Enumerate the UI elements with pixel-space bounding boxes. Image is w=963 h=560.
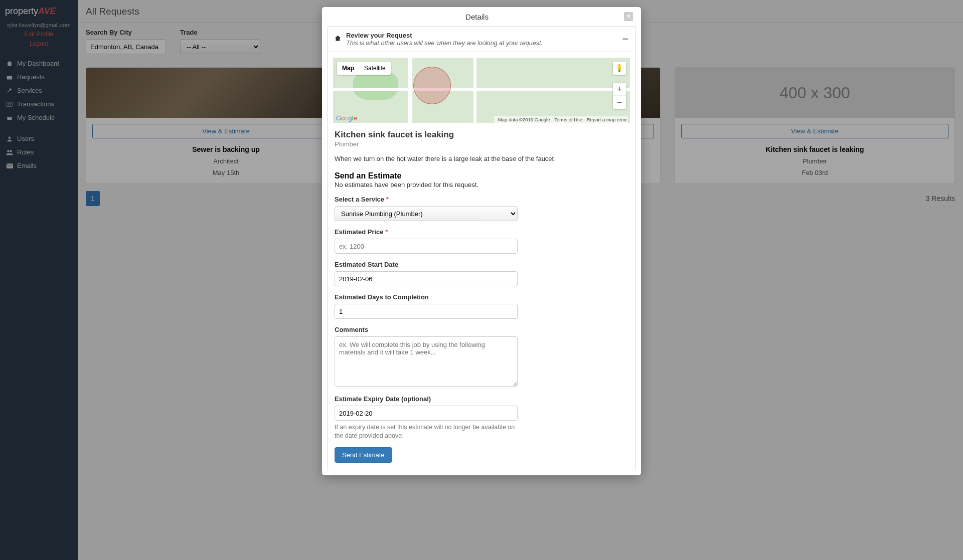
- details-modal: Details ✕ Review your Request This is wh…: [322, 7, 641, 475]
- map-data-text: Map data ©2019 Google: [498, 117, 550, 122]
- days-input[interactable]: [335, 304, 518, 319]
- service-select[interactable]: Sunrise Plumbing (Plumber): [335, 206, 518, 221]
- map-report-link[interactable]: Report a map error: [587, 117, 627, 122]
- start-date-label: Estimated Start Date: [335, 261, 628, 268]
- request-title: Kitchen sink faucet is leaking: [335, 130, 628, 140]
- pegman-button[interactable]: [613, 62, 626, 75]
- zoom-in-button[interactable]: +: [613, 83, 626, 96]
- map-marker-circle: [413, 67, 451, 104]
- estimate-heading: Send an Estimate: [335, 171, 628, 180]
- expiry-help-text: If an expiry date is set this estimate w…: [335, 423, 518, 440]
- send-estimate-button[interactable]: Send Estimate: [335, 447, 392, 463]
- start-date-input[interactable]: [335, 271, 518, 286]
- svg-point-9: [618, 64, 620, 67]
- zoom-controls: + −: [613, 83, 626, 109]
- map-tab-map[interactable]: Map: [337, 62, 359, 75]
- svg-rect-11: [618, 70, 620, 73]
- home-icon: [335, 35, 341, 43]
- request-description: When we turn on the hot water there is a…: [335, 155, 628, 162]
- map-tab-satellite[interactable]: Satellite: [359, 62, 391, 75]
- google-logo: Google: [336, 114, 357, 122]
- price-input[interactable]: [335, 239, 518, 254]
- map-terms-link[interactable]: Terms of Use: [554, 117, 582, 122]
- comments-label: Comments: [335, 326, 628, 333]
- modal-close-button[interactable]: ✕: [624, 12, 633, 21]
- zoom-out-button[interactable]: −: [613, 96, 626, 109]
- expiry-label: Estimate Expiry Date (optional): [335, 395, 628, 403]
- panel-header: Review your Request This is what other u…: [328, 27, 635, 52]
- estimate-form: Send an Estimate No estimates have been …: [328, 171, 635, 463]
- panel-subtitle: This is what other users will see when t…: [346, 40, 617, 47]
- price-label: Estimated Price *: [335, 228, 628, 236]
- modal-title: Details: [330, 13, 624, 21]
- days-label: Estimated Days to Completion: [335, 293, 628, 301]
- panel-title: Review your Request: [346, 32, 617, 39]
- modal-header: Details ✕: [322, 7, 641, 26]
- request-details: Kitchen sink faucet is leaking Plumber W…: [328, 130, 635, 162]
- modal-overlay: Details ✕ Review your Request This is wh…: [0, 0, 963, 560]
- comments-textarea[interactable]: [335, 336, 518, 387]
- map[interactable]: Map Satellite + − Google Map data ©2019 …: [333, 58, 630, 123]
- collapse-button[interactable]: −: [622, 37, 628, 42]
- svg-rect-10: [618, 67, 620, 70]
- panel-body: Map Satellite + − Google Map data ©2019 …: [328, 58, 635, 470]
- service-label: Select a Service *: [335, 196, 628, 203]
- no-estimates-message: No estimates have been provided for this…: [335, 181, 628, 189]
- review-panel: Review your Request This is what other u…: [327, 26, 636, 470]
- expiry-input[interactable]: [335, 406, 518, 421]
- map-type-tabs: Map Satellite: [337, 62, 391, 75]
- request-trade: Plumber: [335, 140, 628, 148]
- map-attribution: Map data ©2019 Google Terms of Use Repor…: [494, 116, 628, 123]
